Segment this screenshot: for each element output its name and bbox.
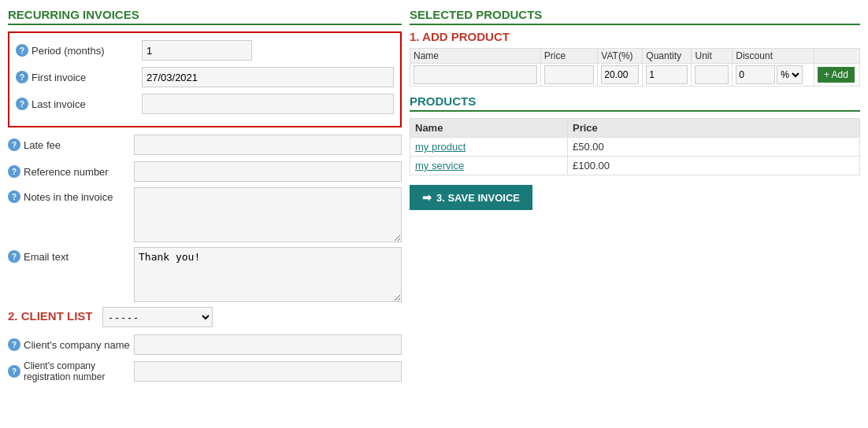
last-invoice-row: ? Last invoice bbox=[16, 93, 394, 115]
add-product-button[interactable]: + Add bbox=[818, 67, 855, 83]
last-invoice-help-icon[interactable]: ? bbox=[16, 98, 28, 110]
reference-help-icon[interactable]: ? bbox=[8, 165, 20, 178]
notes-help-icon[interactable]: ? bbox=[8, 190, 20, 203]
client-reg-help-icon[interactable]: ? bbox=[8, 365, 20, 378]
product-unit-input[interactable] bbox=[695, 65, 729, 84]
product-name-link[interactable]: my service bbox=[415, 160, 464, 172]
last-invoice-label: ? Last invoice bbox=[16, 98, 142, 110]
selected-products-title: SELECTED PRODUCTS bbox=[410, 8, 860, 25]
email-text-label: ? Email text bbox=[8, 247, 134, 263]
add-product-section: 1. ADD PRODUCT Name Price VAT(%) Quantit… bbox=[410, 30, 860, 87]
product-discount-input[interactable] bbox=[736, 65, 775, 84]
client-list-header: 2. CLIENT LIST - - - - - bbox=[8, 307, 402, 327]
col-discount-header: Discount bbox=[733, 49, 814, 64]
col-add-header bbox=[814, 49, 859, 64]
email-help-icon[interactable]: ? bbox=[8, 250, 20, 263]
period-input[interactable] bbox=[142, 40, 252, 61]
reference-number-row: ? Reference number bbox=[8, 160, 402, 183]
products-name-col-header: Name bbox=[410, 119, 568, 138]
first-invoice-row: ? First invoice bbox=[16, 66, 394, 88]
period-row: ? Period (months) bbox=[16, 39, 394, 61]
notes-row: ? Notes in the invoice bbox=[8, 187, 402, 242]
product-name-input[interactable] bbox=[414, 65, 537, 84]
last-invoice-input[interactable] bbox=[142, 94, 394, 114]
late-fee-label: ? Late fee bbox=[8, 138, 134, 151]
client-company-name-row: ? Client's company name bbox=[8, 334, 402, 356]
notes-label: ? Notes in the invoice bbox=[8, 187, 134, 203]
reference-number-input[interactable] bbox=[134, 161, 402, 182]
product-vat-input[interactable] bbox=[601, 65, 639, 84]
table-row: my service£100.00 bbox=[410, 157, 860, 175]
first-invoice-help-icon[interactable]: ? bbox=[16, 71, 28, 83]
table-row: my product£50.00 bbox=[410, 138, 860, 157]
late-fee-input[interactable] bbox=[134, 135, 402, 155]
client-company-name-input[interactable] bbox=[134, 334, 402, 355]
late-fee-help-icon[interactable]: ? bbox=[8, 138, 20, 151]
late-fee-row: ? Late fee bbox=[8, 134, 402, 156]
client-reg-input[interactable] bbox=[134, 361, 402, 382]
col-quantity-header: Quantity bbox=[643, 49, 692, 64]
product-price-input[interactable] bbox=[544, 65, 595, 84]
save-invoice-button[interactable]: ➡ 3. SAVE INVOICE bbox=[410, 185, 532, 210]
client-company-name-label: ? Client's company name bbox=[8, 338, 134, 351]
col-vat-header: VAT(%) bbox=[598, 49, 643, 64]
client-list-title: 2. CLIENT LIST bbox=[8, 309, 93, 325]
col-name-header: Name bbox=[410, 49, 541, 64]
add-product-table: Name Price VAT(%) Quantity Unit Discount bbox=[410, 48, 860, 87]
recurring-invoices-box: ? Period (months) ? First invoice ? Last… bbox=[8, 31, 402, 127]
notes-textarea[interactable] bbox=[134, 187, 402, 242]
product-price-cell: £100.00 bbox=[568, 157, 860, 175]
email-text-textarea[interactable]: Thank you! bbox=[134, 247, 402, 302]
col-unit-header: Unit bbox=[692, 49, 733, 64]
products-table: Name Price my product£50.00my service£10… bbox=[410, 118, 860, 175]
product-price-cell: £50.00 bbox=[568, 138, 860, 157]
add-product-title: 1. ADD PRODUCT bbox=[410, 30, 860, 43]
period-help-icon[interactable]: ? bbox=[16, 44, 28, 57]
product-quantity-input[interactable] bbox=[646, 65, 688, 84]
right-panel: SELECTED PRODUCTS 1. ADD PRODUCT Name Pr… bbox=[410, 8, 860, 420]
client-list-select[interactable]: - - - - - bbox=[102, 307, 213, 327]
col-price-header: Price bbox=[540, 49, 598, 64]
recurring-invoices-title: RECURRING INVOICES bbox=[8, 8, 402, 25]
first-invoice-label: ? First invoice bbox=[16, 71, 142, 83]
product-name-link[interactable]: my product bbox=[415, 141, 466, 153]
discount-unit-select[interactable]: % £ bbox=[777, 65, 803, 84]
save-invoice-label: 3. SAVE INVOICE bbox=[436, 192, 520, 204]
first-invoice-input[interactable] bbox=[142, 67, 394, 87]
client-reg-label: ? Client's company registration number bbox=[8, 360, 134, 382]
email-text-row: ? Email text Thank you! bbox=[8, 247, 402, 302]
client-reg-row: ? Client's company registration number bbox=[8, 360, 402, 382]
save-arrow-icon: ➡ bbox=[422, 191, 432, 204]
client-company-help-icon[interactable]: ? bbox=[8, 338, 20, 351]
reference-number-label: ? Reference number bbox=[8, 165, 134, 178]
products-title: PRODUCTS bbox=[410, 94, 860, 112]
period-label: ? Period (months) bbox=[16, 44, 142, 57]
left-panel: RECURRING INVOICES ? Period (months) ? F… bbox=[8, 8, 402, 420]
products-section: PRODUCTS Name Price my product£50.00my s… bbox=[410, 94, 860, 175]
products-price-col-header: Price bbox=[568, 119, 860, 138]
